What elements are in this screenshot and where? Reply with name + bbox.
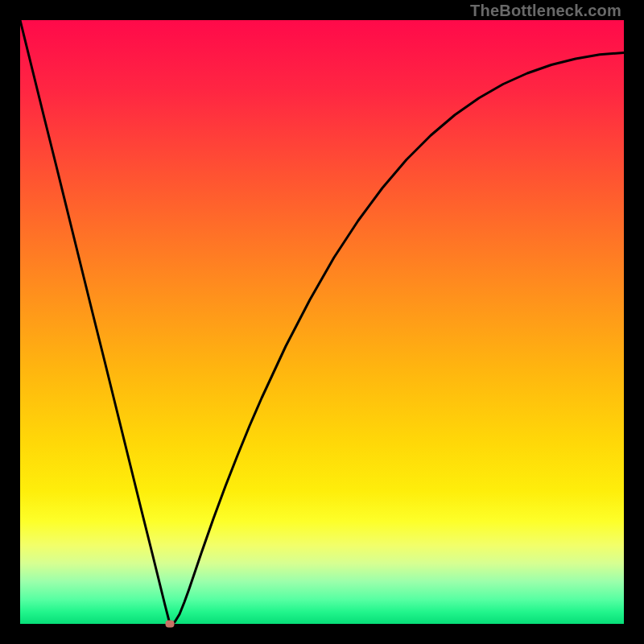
plot-area (20, 20, 624, 624)
watermark-text: TheBottleneck.com (470, 2, 621, 20)
minimum-marker (166, 621, 175, 628)
bottleneck-curve (20, 20, 624, 624)
